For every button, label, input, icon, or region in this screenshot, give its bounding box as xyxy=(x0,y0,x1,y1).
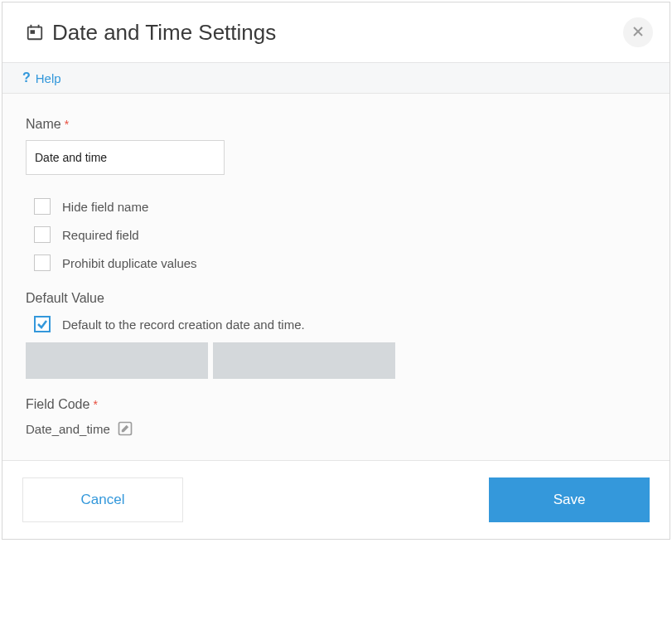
field-code-label: Field Code xyxy=(26,397,89,412)
cancel-button[interactable]: Cancel xyxy=(22,477,183,522)
prohibit-duplicates-label: Prohibit duplicate values xyxy=(62,256,197,270)
default-time-input-disabled xyxy=(213,342,395,379)
name-label-row: Name * xyxy=(26,117,646,132)
dialog-footer: Cancel Save xyxy=(2,461,670,539)
help-link[interactable]: ? Help xyxy=(22,70,61,85)
field-code-label-row: Field Code * xyxy=(26,397,646,412)
default-creation-row: Default to the record creation date and … xyxy=(34,316,646,332)
default-creation-checkbox[interactable] xyxy=(34,316,51,332)
name-input[interactable] xyxy=(26,140,225,175)
required-mark: * xyxy=(65,118,69,131)
cancel-button-label: Cancel xyxy=(81,492,125,508)
default-creation-label: Default to the record creation date and … xyxy=(62,318,305,332)
dialog-title-group: Date and Time Settings xyxy=(26,20,276,46)
field-code-value: Date_and_time xyxy=(26,422,110,436)
name-label: Name xyxy=(26,117,61,132)
question-icon: ? xyxy=(22,70,31,85)
default-value-heading: Default Value xyxy=(26,291,646,306)
edit-field-code-button[interactable] xyxy=(117,420,133,437)
dialog-body: Name * Hide field name Required field Pr… xyxy=(2,94,670,461)
close-icon xyxy=(632,24,644,41)
field-code-required-mark: * xyxy=(93,398,97,411)
date-time-settings-dialog: Date and Time Settings ? Help Name * xyxy=(2,2,670,540)
svg-rect-1 xyxy=(31,30,36,34)
help-label: Help xyxy=(36,71,61,85)
hide-field-name-row: Hide field name xyxy=(34,198,646,215)
dialog-header: Date and Time Settings xyxy=(2,2,670,62)
default-value-inputs xyxy=(26,342,646,379)
close-button[interactable] xyxy=(623,17,653,47)
save-button-label: Save xyxy=(554,492,586,508)
prohibit-duplicates-row: Prohibit duplicate values xyxy=(34,254,646,271)
dialog-title: Date and Time Settings xyxy=(52,20,276,46)
required-field-label: Required field xyxy=(62,228,139,242)
calendar-icon xyxy=(26,23,44,41)
save-button[interactable]: Save xyxy=(489,477,650,522)
prohibit-duplicates-checkbox[interactable] xyxy=(34,254,51,271)
help-bar: ? Help xyxy=(2,62,670,94)
hide-field-name-label: Hide field name xyxy=(62,200,148,214)
default-date-input-disabled xyxy=(26,342,208,379)
required-field-row: Required field xyxy=(34,226,646,243)
hide-field-name-checkbox[interactable] xyxy=(34,198,51,215)
field-code-row: Date_and_time xyxy=(26,420,646,437)
required-field-checkbox[interactable] xyxy=(34,226,51,243)
